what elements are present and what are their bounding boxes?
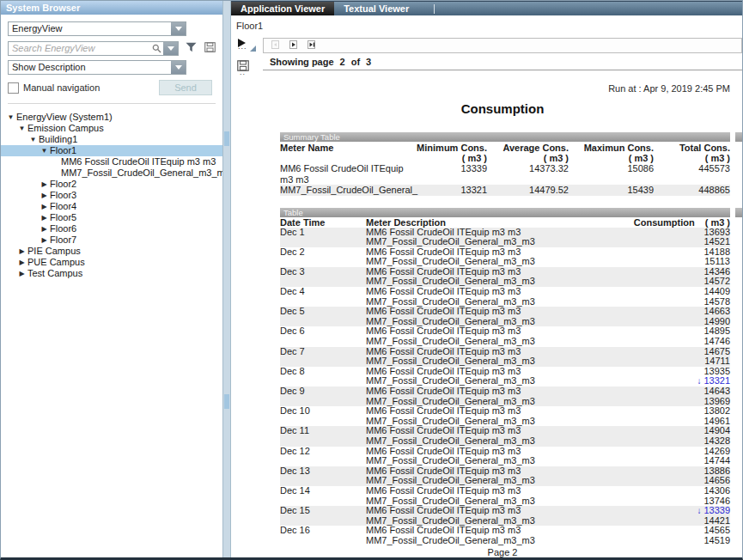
run-report-button[interactable]: ... [237,38,258,52]
save-report-button[interactable]: .. [237,59,251,73]
detail-date: Dec 14 [280,486,366,506]
context-label: Floor1 [236,21,263,31]
value-text: 13746 [703,496,730,506]
collapsed-arrow-icon[interactable]: ▶ [40,212,49,223]
detail-meter-descriptions: MM6 Fossil CrudeOil ITEquip m3 m3MM7_Fos… [366,426,593,446]
chevron-down-icon[interactable] [171,22,186,35]
tree-item-pue-campus[interactable]: ▶PUE Campus [1,257,222,268]
tree-item-pie-campus[interactable]: ▶PIE Campus [1,246,222,257]
manual-navigation-checkbox[interactable] [8,82,19,94]
collapsed-arrow-icon[interactable]: ▶ [17,257,27,268]
search-box[interactable] [8,41,179,56]
detail-values: 1489514746 [593,326,730,346]
detail-table-row: Dec 15MM6 Fossil CrudeOil ITEquip m3 m3M… [280,506,730,526]
splitter-handle[interactable] [224,394,229,409]
value-text: 13339 [703,505,730,515]
collapsed-arrow-icon[interactable]: ▶ [40,190,49,201]
collapsed-arrow-icon[interactable]: ▶ [40,201,49,212]
splitter-handle[interactable] [224,131,229,146]
tab-application-viewer[interactable]: Application Viewer [231,2,334,15]
expanded-arrow-icon[interactable]: ▼ [28,134,38,145]
tree-item-mm7-meter[interactable]: MM7_Fossil_CrudeOil_General_m3_m3 [1,167,222,179]
value-text: 14904 [703,425,730,435]
filter-icon[interactable] [186,40,197,56]
tree-item-label: Floor7 [50,234,76,246]
detail-table-row: Dec 4MM6 Fossil CrudeOil ITEquip m3 m3MM… [280,287,730,307]
collapsed-arrow-icon[interactable]: ▶ [40,223,49,234]
page-footer: Page 2 [263,547,742,557]
save-search-icon[interactable] [204,40,216,56]
detail-date: Dec 2 [280,247,366,267]
summary-total-value: 445573 [654,163,730,185]
expanded-arrow-icon[interactable]: ▼ [17,123,27,134]
detail-table-row: Dec 9MM6 Fossil CrudeOil ITEquip m3 m3MM… [280,387,730,406]
summary-avg-value: 14479.52 [487,185,569,196]
system-dropdown-value: EnergyView [9,22,171,35]
tree-item-test-campus[interactable]: ▶Test Campus [1,268,222,279]
detail-table-row: Dec 8MM6 Fossil CrudeOil ITEquip m3 m3MM… [280,367,730,387]
tree-item-label: Emission Campus [27,123,104,134]
value-text: 14656 [703,475,730,485]
tree-item-floor2[interactable]: ▶Floor2 [1,179,222,190]
value-text: 14895 [703,326,730,336]
panel-splitter[interactable] [222,1,231,557]
detail-date: Dec 1 [280,228,366,247]
tree-item-building1[interactable]: ▼Building1 [1,134,222,145]
detail-date: Dec 9 [280,387,366,406]
value-text: 14746 [703,336,730,346]
tree-item-floor6[interactable]: ▶Floor6 [1,223,222,234]
chevron-down-icon[interactable] [171,61,186,74]
tab-textual-viewer[interactable]: Textual Viewer [334,2,418,15]
tree-item-floor5[interactable]: ▶Floor5 [1,212,222,223]
collapsed-arrow-icon[interactable]: ▶ [17,246,27,257]
detail-values: 1467514711 [593,347,730,367]
detail-meter-descriptions: MM6 Fossil CrudeOil ITEquip m3 m3MM7_Fos… [366,387,593,406]
tree-item-mm6-meter[interactable]: MM6 Fossil CrudeOil ITEquip m3 m3 [1,156,222,167]
value-text: 13802 [703,405,730,416]
prev-page-icon[interactable] [271,38,280,53]
page-navigation-toolbar [263,38,742,53]
manual-navigation-label: Manual navigation [23,82,159,93]
summary-table-row: MM7_Fossil_CrudeOil_General_1332114479.5… [280,185,730,196]
expanded-arrow-icon[interactable]: ▼ [40,145,49,156]
detail-values: 1440914578 [593,287,730,307]
detail-meter-descriptions: MM6 Fossil CrudeOil ITEquip m3 m3MM7_Fos… [366,307,593,326]
detail-date: Dec 5 [280,307,366,326]
value-text: 14663 [703,306,730,316]
value-text: 14990 [703,316,730,326]
next-page-icon[interactable] [289,38,298,53]
value-text: 14572 [703,276,730,286]
tree-item-energyview-system1[interactable]: ▼EnergyView (System1) [1,112,222,123]
detail-values: 1456514519 [593,526,730,545]
collapsed-arrow-icon[interactable]: ▶ [40,179,49,190]
tree-item-emission-campus[interactable]: ▼Emission Campus [1,123,222,134]
tree-item-floor7[interactable]: ▶Floor7 [1,234,222,246]
detail-values: 1466314990 [593,307,730,326]
report-viewer-frame: Showing page 2 of 3 Run at : Apr 9, 2019… [263,38,742,557]
expanded-arrow-icon[interactable]: ▼ [6,112,15,123]
collapsed-arrow-icon[interactable]: ▶ [40,234,49,246]
tree-item-floor1[interactable]: ▼Floor1 [1,145,222,156]
system-dropdown[interactable]: EnergyView [8,21,186,36]
detail-table-band: Table [280,208,742,217]
description-dropdown[interactable]: Show Description [8,60,186,75]
tree-item-label: Test Campus [27,268,82,279]
collapsed-arrow-icon[interactable]: ▶ [17,268,27,279]
send-button[interactable]: Send [159,80,212,95]
detail-meter-descriptions: MM6 Fossil CrudeOil ITEquip m3 m3MM7_Fos… [366,347,593,367]
tree-item-label: Floor3 [50,190,76,201]
tree-item-label: Building1 [39,134,77,145]
system-browser-title: System Browser [1,1,222,15]
search-chevron-down-icon[interactable] [163,42,178,55]
tree-item-floor3[interactable]: ▶Floor3 [1,190,222,201]
showing-page-label: Showing page [270,57,334,67]
detail-meter-descriptions: MM6 Fossil CrudeOil ITEquip m3 m3MM7_Fos… [366,287,593,307]
search-input[interactable] [9,42,152,55]
column-header-total: Total Cons. ( m3 ) [654,143,730,163]
tree-item-floor4[interactable]: ▶Floor4 [1,201,222,212]
last-page-icon[interactable] [307,38,317,53]
detail-values: 1464313969 [593,387,730,406]
tree-item-label: MM6 Fossil CrudeOil ITEquip m3 m3 [61,156,216,167]
detail-date: Dec 6 [280,326,366,346]
detail-date: Dec 13 [280,466,366,486]
